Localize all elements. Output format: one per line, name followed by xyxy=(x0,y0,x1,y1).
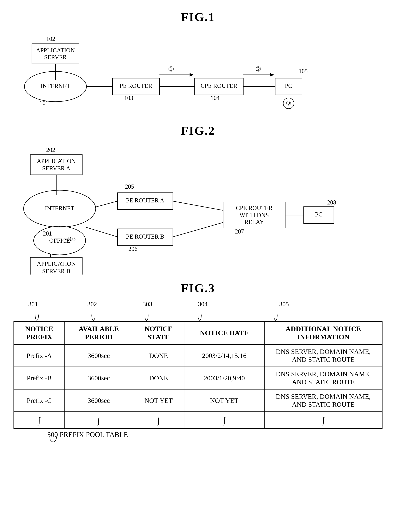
row2-date: 2003/1/20,9:40 xyxy=(184,367,264,389)
fig2-ref-205: 205 xyxy=(125,183,134,190)
fig2-internet-label: INTERNET xyxy=(45,205,74,212)
col-header-available-period: AVAILABLEPERIOD xyxy=(65,322,133,344)
fig1-ref-103: 103 xyxy=(124,95,133,101)
row2-info: DNS SERVER, DOMAIN NAME,AND STATIC ROUTE xyxy=(264,367,382,389)
fig1-diagram: 102 APPLICATION SERVER INTERNET 101 PE R… xyxy=(13,29,383,117)
row1-period: 3600sec xyxy=(65,344,133,367)
fig2-title: FIG.2 xyxy=(13,124,383,138)
table-header-row: NOTICEPREFIX AVAILABLEPERIOD NOTICESTATE… xyxy=(14,322,382,344)
fig2-cpe-label2: WITH DNS xyxy=(240,212,269,219)
table-row: Prefix -C 3600sec NOT YET NOT YET DNS SE… xyxy=(14,389,382,412)
fig2-app-server-a-label2: SERVER A xyxy=(42,165,70,172)
row4-state: ∫ xyxy=(133,412,184,429)
fig2-ref-208: 208 xyxy=(327,199,336,206)
fig2-cpe-label3: RELAY xyxy=(245,219,264,225)
fig2-line-peb-cpe xyxy=(173,223,223,237)
fig3-ref-304: 304 xyxy=(198,300,208,308)
fig3-ref-302: 302 xyxy=(87,300,97,308)
table-row: Prefix -A 3600sec DONE 2003/2/14,15:16 D… xyxy=(14,344,382,367)
row3-period: 3600sec xyxy=(65,389,133,412)
fig2-ref-202: 202 xyxy=(46,147,55,153)
fig2-pc-label: PC xyxy=(315,211,322,218)
fig1-app-server-label1: APPLICATION xyxy=(36,47,75,54)
col-header-notice-date: NOTICE DATE xyxy=(184,322,264,344)
table-row: Prefix -B 3600sec DONE 2003/1/20,9:40 DN… xyxy=(14,367,382,389)
fig1-ref-104: 104 xyxy=(210,95,220,101)
fig1-ref-101: 101 xyxy=(40,100,49,106)
fig2-diagram: 202 APPLICATION SERVER A 201 INTERNET OF… xyxy=(13,143,383,275)
fig1-circle3-label: ③ xyxy=(286,100,291,107)
fig1-arrow2-label: ② xyxy=(255,65,261,73)
fig2-ref-207: 207 xyxy=(235,228,244,235)
fig1-arrow1-head xyxy=(190,73,194,77)
row1-info: DNS SERVER, DOMAIN NAME,AND STATIC ROUTE xyxy=(264,344,382,367)
fig1-ref-102: 102 xyxy=(46,35,55,42)
row3-info: DNS SERVER, DOMAIN NAME,AND STATIC ROUTE xyxy=(264,389,382,412)
fig1-cpe-router-label: CPE ROUTER xyxy=(201,83,237,89)
fig2-app-server-b-label2: SERVER B xyxy=(42,268,70,275)
row4-period: ∫ xyxy=(65,412,133,429)
row1-state: DONE xyxy=(133,344,184,367)
fig3-ref-row: 301 302 303 304 305 xyxy=(13,300,383,312)
row4-prefix: ∫ xyxy=(14,412,65,429)
table-row-placeholder: ∫ ∫ ∫ ∫ ∫ xyxy=(14,412,382,429)
fig2-pe-router-b-label: PE ROUTER B xyxy=(126,233,164,240)
col-header-additional-info: ADDITIONAL NOTICE INFORMATION xyxy=(264,322,382,344)
fig1-pc-label: PC xyxy=(285,83,292,89)
fig1-ref-105: 105 xyxy=(299,68,308,74)
row2-period: 3600sec xyxy=(65,367,133,389)
row1-prefix: Prefix -A xyxy=(14,344,65,367)
fig2-app-server-a-label1: APPLICATION xyxy=(37,158,76,165)
fig2-line-internet-peb xyxy=(86,227,117,237)
col-header-notice-state: NOTICESTATE xyxy=(133,322,184,344)
row2-state: DONE xyxy=(133,367,184,389)
fig1-arrow2-head xyxy=(270,73,274,77)
col-header-notice-prefix: NOTICEPREFIX xyxy=(14,322,65,344)
fig3-title: FIG.3 xyxy=(13,281,383,295)
fig2-cpe-label1: CPE ROUTER xyxy=(236,205,273,211)
fig1-app-server-label2: SERVER xyxy=(44,54,67,61)
fig2-line-internet-pea xyxy=(96,201,117,207)
fig2-app-server-b-label1: APPLICATION xyxy=(37,260,76,267)
fig3-ref-305: 305 xyxy=(279,300,289,308)
row4-info: ∫ xyxy=(264,412,382,429)
fig2-ref-201: 201 xyxy=(43,230,52,237)
row3-prefix: Prefix -C xyxy=(14,389,65,412)
fig2-ref-203: -203 xyxy=(65,236,76,242)
fig1-pe-router-label: PE ROUTER xyxy=(120,83,152,89)
row2-prefix: Prefix -B xyxy=(14,367,65,389)
fig2-ref-206: 206 xyxy=(128,246,138,252)
row4-date: ∫ xyxy=(184,412,264,429)
fig3-brackets xyxy=(13,313,383,321)
page: FIG.1 102 APPLICATION SERVER INTERNET 10… xyxy=(0,0,396,532)
row1-date: 2003/2/14,15:16 xyxy=(184,344,264,367)
fig1-title: FIG.1 xyxy=(13,10,383,24)
fig3-diagram: 301 302 303 304 305 NOTICEPREFIX AVAILAB… xyxy=(13,300,383,445)
fig1-internet-label: INTERNET xyxy=(41,83,70,89)
table-footer-label: 300 PREFIX POOL TABLE xyxy=(47,431,128,439)
fig3-ref-301: 301 xyxy=(28,300,38,308)
prefix-pool-table: NOTICEPREFIX AVAILABLEPERIOD NOTICESTATE… xyxy=(13,321,383,429)
row3-state: NOT YET xyxy=(133,389,184,412)
table-footer: 300 PREFIX POOL TABLE xyxy=(13,431,383,439)
fig3-ref-303: 303 xyxy=(143,300,152,308)
row3-date: NOT YET xyxy=(184,389,264,412)
fig2-line-pea-cpe xyxy=(173,201,223,210)
fig2-pe-router-a-label: PE ROUTER A xyxy=(126,197,164,204)
fig1-arrow1-label: ① xyxy=(168,65,174,73)
